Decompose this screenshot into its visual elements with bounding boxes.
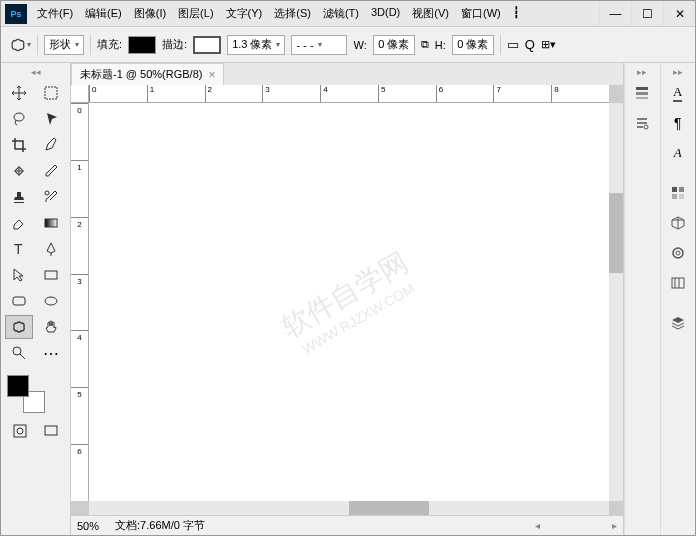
horizontal-scrollbar[interactable] <box>89 501 609 515</box>
brush-tool[interactable] <box>37 159 65 183</box>
menu-3d[interactable]: 3D(D) <box>365 2 406 25</box>
glyphs-panel-icon[interactable]: A <box>664 139 692 167</box>
menu-edit[interactable]: 编辑(E) <box>79 2 128 25</box>
quick-select-tool[interactable] <box>37 107 65 131</box>
paragraph-panel-icon[interactable]: ¶ <box>664 109 692 137</box>
link-wh-icon[interactable]: ⧉ <box>421 38 429 51</box>
stroke-style-value: - - - <box>296 39 313 51</box>
svg-point-11 <box>17 428 23 434</box>
search-icon[interactable]: Q <box>525 37 535 52</box>
svg-point-16 <box>644 125 648 129</box>
panel-collapse-2[interactable]: ▸▸ <box>661 67 696 77</box>
custom-shape-tool[interactable] <box>5 315 33 339</box>
fill-label: 填充: <box>97 37 122 52</box>
scroll-left-icon[interactable]: ◂ <box>535 520 540 531</box>
close-button[interactable]: ✕ <box>663 2 695 26</box>
quick-mask-tool[interactable] <box>7 419 34 443</box>
tab-close-icon[interactable]: × <box>208 68 215 82</box>
history-panel-icon[interactable] <box>628 79 656 107</box>
stroke-swatch[interactable] <box>193 36 221 54</box>
color-swatches[interactable] <box>7 375 45 413</box>
vertical-ruler[interactable]: 0 1 2 3 4 5 6 <box>71 103 89 501</box>
adjustments-panel-icon[interactable] <box>664 269 692 297</box>
gradient-tool[interactable] <box>37 211 65 235</box>
ruler-tick: 7 <box>493 85 551 102</box>
shape-mode-select[interactable]: 形状 ▾ <box>44 35 84 55</box>
rounded-rect-tool[interactable] <box>5 289 33 313</box>
document-tabs: 未标题-1 @ 50%(RGB/8) × <box>71 63 623 85</box>
zoom-tool[interactable] <box>5 341 33 365</box>
svg-rect-15 <box>636 97 648 99</box>
3d-panel-icon[interactable] <box>664 209 692 237</box>
history-brush-tool[interactable] <box>37 185 65 209</box>
svg-rect-6 <box>45 271 57 279</box>
ruler-tick: 6 <box>436 85 494 102</box>
libraries-panel-icon[interactable] <box>664 239 692 267</box>
hand-tool[interactable] <box>37 315 65 339</box>
menu-file[interactable]: 文件(F) <box>31 2 79 25</box>
maximize-button[interactable]: ☐ <box>631 2 663 26</box>
width-input[interactable] <box>373 35 415 55</box>
ruler-tick: 4 <box>320 85 378 102</box>
properties-panel-icon[interactable] <box>628 109 656 137</box>
stroke-style-select[interactable]: - - - ▾ <box>291 35 347 55</box>
workspace-icon[interactable]: ⊞▾ <box>541 38 556 51</box>
align-icon[interactable]: ▭ <box>507 37 519 52</box>
svg-point-21 <box>673 248 683 258</box>
menu-select[interactable]: 选择(S) <box>268 2 317 25</box>
crop-tool[interactable] <box>5 133 33 157</box>
height-input[interactable] <box>452 35 494 55</box>
stamp-tool[interactable] <box>5 185 33 209</box>
tool-preset-picker[interactable]: ▾ <box>9 35 31 55</box>
character-panel-icon[interactable]: A <box>664 79 692 107</box>
document-area: 未标题-1 @ 50%(RGB/8) × 0 1 2 3 4 5 6 7 8 0… <box>71 63 623 535</box>
color-panel-icon[interactable] <box>664 179 692 207</box>
fill-swatch[interactable] <box>128 36 156 54</box>
main-area: ◂◂ T ⋯ <box>1 63 695 535</box>
rectangle-tool[interactable] <box>37 263 65 287</box>
panel-collapse-1[interactable]: ▸▸ <box>625 67 660 77</box>
foreground-color[interactable] <box>7 375 29 397</box>
type-tool[interactable]: T <box>5 237 33 261</box>
path-select-tool[interactable] <box>5 263 33 287</box>
vertical-scrollbar[interactable] <box>609 103 623 501</box>
edit-toolbar[interactable]: ⋯ <box>37 341 65 365</box>
canvas[interactable]: 软件自学网 WWW.RJZXW.COM <box>89 103 609 501</box>
menu-more[interactable]: ┇ <box>507 2 526 25</box>
menu-layer[interactable]: 图层(L) <box>172 2 219 25</box>
watermark: 软件自学网 WWW.RJZXW.COM <box>275 244 423 361</box>
tab-title: 未标题-1 @ 50%(RGB/8) <box>80 67 202 82</box>
menu-filter[interactable]: 滤镜(T) <box>317 2 365 25</box>
menu-view[interactable]: 视图(V) <box>406 2 455 25</box>
ruler-tick: 8 <box>551 85 609 102</box>
doc-info[interactable]: 文档:7.66M/0 字节 <box>115 518 205 533</box>
ellipse-tool[interactable] <box>37 289 65 313</box>
pen-tool[interactable] <box>37 237 65 261</box>
minimize-button[interactable]: — <box>599 2 631 26</box>
marquee-tool[interactable] <box>37 81 65 105</box>
ruler-tick: 0 <box>71 103 88 160</box>
svg-point-3 <box>45 191 49 195</box>
svg-rect-10 <box>14 425 26 437</box>
move-tool[interactable] <box>5 81 33 105</box>
screen-mode-tool[interactable] <box>38 419 65 443</box>
menu-window[interactable]: 窗口(W) <box>455 2 507 25</box>
healing-tool[interactable] <box>5 159 33 183</box>
document-tab[interactable]: 未标题-1 @ 50%(RGB/8) × <box>71 63 224 85</box>
menu-type[interactable]: 文字(Y) <box>220 2 269 25</box>
menu-image[interactable]: 图像(I) <box>128 2 172 25</box>
horizontal-ruler[interactable]: 0 1 2 3 4 5 6 7 8 <box>89 85 609 103</box>
lasso-tool[interactable] <box>5 107 33 131</box>
scroll-right-icon[interactable]: ▸ <box>612 520 617 531</box>
stroke-width-input[interactable]: 1.3 像素 ▾ <box>227 35 285 55</box>
zoom-level[interactable]: 50% <box>77 520 99 532</box>
svg-point-22 <box>676 251 680 255</box>
status-bar: 50% 文档:7.66M/0 字节 ◂ ▸ <box>71 515 623 535</box>
ruler-tick: 3 <box>262 85 320 102</box>
layers-panel-icon[interactable] <box>664 309 692 337</box>
width-label: W: <box>353 39 366 51</box>
eyedropper-tool[interactable] <box>37 133 65 157</box>
ruler-tick: 1 <box>147 85 205 102</box>
toolbar-collapse[interactable]: ◂◂ <box>1 67 70 77</box>
eraser-tool[interactable] <box>5 211 33 235</box>
